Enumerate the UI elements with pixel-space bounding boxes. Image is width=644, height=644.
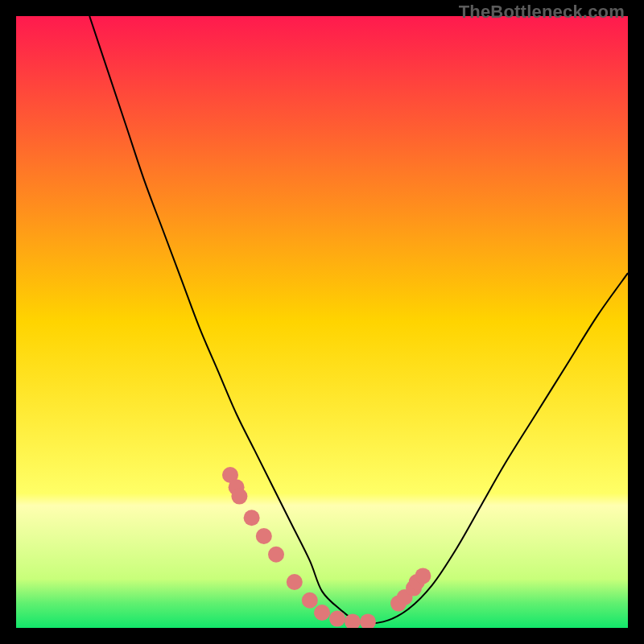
- highlight-dot: [268, 547, 284, 563]
- highlight-dot: [231, 489, 247, 505]
- watermark-text: TheBottleneck.com: [459, 2, 625, 23]
- gradient-background: [16, 16, 628, 628]
- highlight-dot: [314, 605, 330, 621]
- highlight-dot: [256, 528, 272, 544]
- highlight-dot: [302, 592, 318, 609]
- chart-frame: [16, 16, 628, 628]
- highlight-dot: [287, 574, 303, 590]
- highlight-dot: [244, 510, 260, 526]
- highlight-dot: [415, 568, 431, 584]
- highlight-dot: [329, 611, 345, 627]
- bottleneck-chart: [16, 16, 628, 628]
